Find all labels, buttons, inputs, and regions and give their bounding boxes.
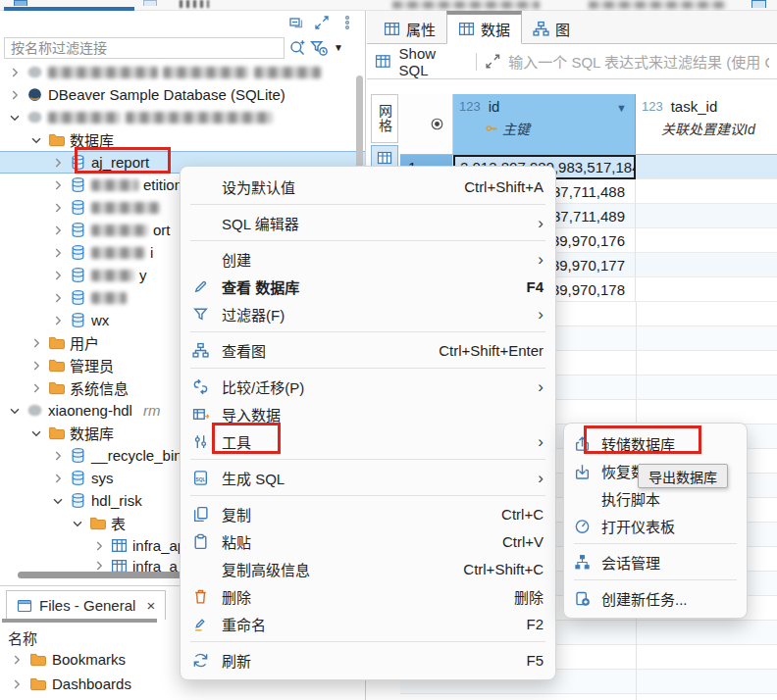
menu-item-sql-editor[interactable]: SQL 编辑器 › bbox=[181, 209, 555, 236]
submenu-item-execute-script[interactable]: 执行脚本 bbox=[564, 484, 747, 512]
trash-icon bbox=[192, 588, 222, 605]
connection-filter-input[interactable] bbox=[4, 37, 285, 59]
chevron-right-icon[interactable] bbox=[51, 224, 65, 237]
tree-folder-databases[interactable]: 数据库 bbox=[0, 128, 365, 151]
redacted-text bbox=[48, 112, 121, 124]
system-info-folder-icon bbox=[48, 379, 65, 396]
submenu-item-open-dashboard[interactable]: 打开仪表板 bbox=[564, 512, 747, 539]
column-header-id[interactable]: 123 id 主键 ▼ bbox=[453, 94, 636, 154]
tab-diagram[interactable]: 图 bbox=[522, 14, 581, 43]
sort-caret-icon[interactable]: ▼ bbox=[616, 102, 627, 114]
grid-tab-label: 网格 bbox=[375, 104, 394, 133]
database-icon bbox=[70, 289, 86, 306]
chevron-right-icon[interactable] bbox=[51, 156, 65, 170]
menu-item-set-default[interactable]: 设为默认值 Ctrl+Shift+A bbox=[181, 173, 555, 200]
chevron-right-icon[interactable] bbox=[51, 246, 65, 260]
chevron-right-icon[interactable] bbox=[51, 269, 65, 282]
radio-selected-icon[interactable] bbox=[430, 117, 444, 131]
submenu-item-create-new-task[interactable]: 创建新任务... bbox=[564, 584, 747, 612]
menu-item-generate-sql[interactable]: 生成 SQL › bbox=[181, 464, 555, 491]
sql-filter-input[interactable]: 输入一个 SQL 表达式来过滤结果 (使用 C bbox=[508, 51, 769, 72]
chevron-right-icon[interactable] bbox=[51, 201, 65, 215]
redacted-text bbox=[91, 292, 127, 304]
menu-item-view-database[interactable]: 查看 数据库 F4 bbox=[181, 273, 555, 300]
menu-item-delete[interactable]: 删除 删除 bbox=[181, 582, 555, 610]
show-sql-button[interactable]: Show SQL bbox=[399, 45, 468, 78]
sql-document-icon bbox=[192, 470, 222, 486]
cell-task-id[interactable] bbox=[636, 204, 777, 228]
show-sql-grid-icon[interactable] bbox=[375, 53, 391, 70]
redacted-text bbox=[91, 179, 138, 191]
files-general-tab[interactable]: Files - General × bbox=[6, 590, 166, 620]
view-menu-icon[interactable] bbox=[339, 15, 355, 30]
chevron-down-icon[interactable] bbox=[8, 111, 22, 125]
menu-item-create[interactable]: 创建 › bbox=[181, 245, 555, 273]
chevron-right-icon[interactable] bbox=[29, 359, 43, 373]
funnel-icon bbox=[192, 306, 222, 323]
chevron-right-icon[interactable] bbox=[8, 88, 22, 102]
chevron-right-icon[interactable] bbox=[29, 381, 43, 395]
collapse-all-icon[interactable] bbox=[288, 15, 304, 30]
grid-presentation-tab[interactable]: 网格 bbox=[371, 94, 398, 143]
link-with-editor-icon[interactable] bbox=[314, 15, 330, 30]
cell-task-id[interactable] bbox=[636, 253, 777, 277]
menu-item-rename[interactable]: 重命名 F2 bbox=[181, 610, 555, 637]
filter-settings-icon[interactable] bbox=[310, 39, 328, 57]
chevron-right-icon[interactable] bbox=[51, 472, 65, 485]
chevron-right-icon[interactable] bbox=[51, 314, 65, 327]
chevron-right-icon[interactable] bbox=[92, 539, 106, 553]
cell-task-id[interactable] bbox=[636, 277, 777, 302]
files-name-column-header: 名称 bbox=[8, 627, 37, 648]
chevron-right-icon[interactable] bbox=[51, 449, 65, 463]
chevron-right-icon[interactable] bbox=[92, 559, 106, 573]
tab-properties[interactable]: 属性 bbox=[373, 14, 446, 43]
tree-connection-dbeaver-sample[interactable]: DBeaver Sample Database (SQLite) bbox=[0, 83, 365, 106]
filter-dropdown-caret[interactable]: ▼ bbox=[334, 42, 343, 53]
menu-item-copy-advanced-info[interactable]: 复制高级信息 Ctrl+Shift+C bbox=[181, 555, 555, 582]
menu-separator bbox=[190, 368, 545, 369]
chevron-down-icon[interactable] bbox=[29, 133, 43, 147]
menu-item-compare-migrate[interactable]: 比较/迁移(P) › bbox=[181, 373, 555, 400]
grid-corner-cell[interactable] bbox=[400, 94, 453, 154]
tree-connection-redacted[interactable] bbox=[0, 61, 365, 83]
tree-horizontal-scrollbar[interactable] bbox=[18, 572, 182, 578]
navigator-filter-row: ▼ bbox=[0, 34, 365, 61]
chevron-right-icon[interactable] bbox=[10, 653, 24, 667]
tab-label: 数据 bbox=[481, 19, 510, 39]
column-description: 主键 bbox=[502, 119, 530, 138]
tree-item-label: 系统信息 bbox=[70, 377, 129, 398]
menu-item-paste[interactable]: 粘贴 Ctrl+V bbox=[181, 527, 555, 555]
tree-item-label: xiaoneng-hdl bbox=[48, 402, 132, 419]
cell-task-id[interactable] bbox=[636, 228, 777, 253]
mysql-connection-icon bbox=[26, 109, 43, 125]
submenu-item-session-manager[interactable]: 会话管理 bbox=[564, 548, 747, 575]
cell-task-id[interactable] bbox=[636, 155, 777, 179]
tree-connection-redacted[interactable] bbox=[0, 106, 365, 128]
chevron-right-icon[interactable] bbox=[29, 336, 43, 350]
menu-item-refresh[interactable]: 刷新 F5 bbox=[181, 646, 555, 674]
tree-vertical-scrollbar[interactable] bbox=[356, 75, 363, 177]
chevron-down-icon[interactable] bbox=[29, 426, 43, 440]
chevron-right-icon[interactable] bbox=[10, 677, 24, 691]
redacted-text bbox=[91, 247, 145, 259]
chevron-right-icon[interactable] bbox=[51, 178, 65, 192]
menu-item-copy[interactable]: 复制 Ctrl+C bbox=[181, 500, 555, 527]
refresh-icon bbox=[192, 652, 222, 669]
chevron-right-icon[interactable] bbox=[51, 291, 65, 305]
menu-item-filter[interactable]: 过滤器(F) › bbox=[181, 300, 555, 327]
column-header-task-id[interactable]: 123 task_id 关联处置建议Id bbox=[636, 94, 777, 154]
submenu-arrow-icon: › bbox=[538, 378, 544, 395]
redacted-text bbox=[48, 67, 158, 78]
tab-data[interactable]: 数据 bbox=[446, 11, 522, 44]
chevron-right-icon[interactable] bbox=[8, 66, 22, 79]
tree-item-label: wx bbox=[91, 312, 109, 328]
cell-task-id[interactable] bbox=[636, 179, 777, 204]
chevron-down-icon[interactable] bbox=[8, 404, 22, 418]
connection-settings-icon[interactable] bbox=[288, 39, 306, 57]
chevron-down-icon[interactable] bbox=[51, 494, 65, 508]
expand-filter-icon[interactable] bbox=[485, 53, 501, 70]
close-icon[interactable]: × bbox=[146, 597, 155, 614]
gauge-icon bbox=[574, 518, 601, 534]
menu-item-view-diagram[interactable]: 查看图 Ctrl+Shift+Enter bbox=[181, 336, 555, 364]
chevron-down-icon[interactable] bbox=[71, 517, 84, 530]
